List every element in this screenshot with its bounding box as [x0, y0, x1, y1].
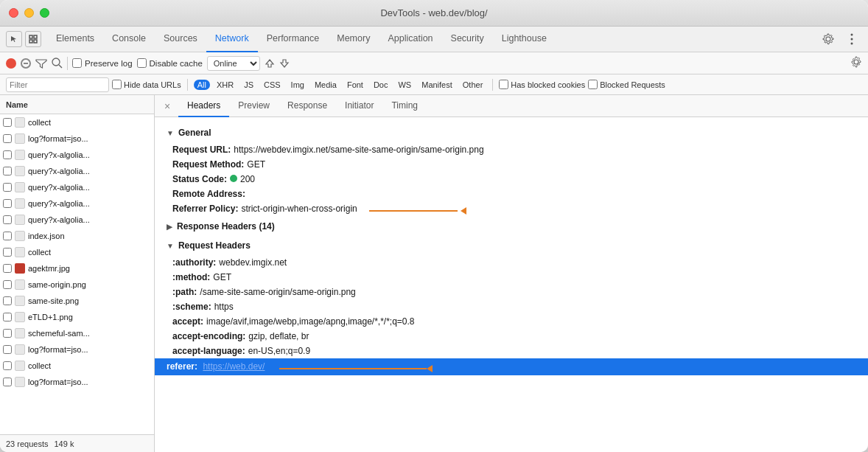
tab-application[interactable]: Application [379, 27, 441, 52]
file-checkbox[interactable] [3, 183, 12, 192]
filter-type-media[interactable]: Media [311, 80, 340, 90]
filter-type-font[interactable]: Font [343, 80, 367, 90]
file-checkbox[interactable] [3, 232, 12, 240]
svg-rect-3 [34, 40, 37, 43]
maximize-button[interactable] [40, 8, 49, 18]
minimize-button[interactable] [24, 8, 34, 18]
tab-security[interactable]: Security [442, 27, 493, 52]
file-checkbox[interactable] [3, 167, 12, 175]
request-headers-section-header[interactable]: ▼ Request Headers [167, 236, 856, 255]
list-item[interactable]: index.json [0, 228, 154, 244]
list-item[interactable]: collect [0, 114, 154, 131]
list-item[interactable]: log?format=jso... [0, 374, 154, 390]
list-item[interactable]: eTLD+1.png [0, 309, 154, 325]
cursor-icon[interactable] [6, 31, 22, 47]
list-item[interactable]: same-origin.png [0, 277, 154, 293]
tab-memory[interactable]: Memory [328, 27, 379, 52]
file-checkbox[interactable] [3, 329, 12, 338]
record-button[interactable] [6, 58, 16, 69]
file-list: collect log?format=jso... query?x-algoli… [0, 114, 154, 434]
tab-response[interactable]: Response [279, 95, 336, 117]
close-button[interactable] [9, 8, 18, 18]
tab-performance[interactable]: Performance [258, 27, 329, 52]
throttle-select[interactable]: Online Fast 3G Slow 3G Offline [207, 56, 260, 71]
filter-input[interactable] [10, 80, 105, 89]
response-headers-section-header[interactable]: ▶ Response Headers (14) [167, 217, 856, 236]
file-icon-red [15, 263, 25, 274]
file-checkbox[interactable] [3, 134, 12, 143]
filter-type-js[interactable]: JS [240, 80, 257, 90]
file-checkbox[interactable] [3, 118, 12, 127]
tab-lighthouse[interactable]: Lighthouse [493, 27, 556, 52]
detail-panel: × Headers Preview Response Initiator Tim… [155, 95, 868, 452]
file-checkbox[interactable] [3, 150, 12, 159]
tab-sources[interactable]: Sources [155, 27, 206, 52]
hide-data-urls-checkbox[interactable]: Hide data URLs [112, 80, 181, 89]
file-checkbox[interactable] [3, 345, 12, 354]
filter-type-all[interactable]: All [194, 80, 210, 90]
status-code-row: Status Code: 200 [172, 172, 856, 187]
close-detail-button[interactable]: × [161, 100, 174, 113]
filter-type-css[interactable]: CSS [260, 80, 284, 90]
settings-icon[interactable] [818, 29, 839, 49]
accept-language-row: accept-language: en-US,en;q=0.9 [172, 344, 856, 358]
list-item[interactable]: query?x-algolia... [0, 163, 154, 179]
scheme-row: :scheme: https [172, 299, 856, 314]
referer-row-highlighted[interactable]: referer: https://web.dev/ [155, 358, 868, 375]
request-headers-content: :authority: webdev.imgix.net :method: GE… [167, 255, 856, 358]
disable-cache-checkbox[interactable]: Disable cache [137, 58, 203, 68]
preserve-log-checkbox[interactable]: Preserve log [72, 58, 133, 68]
filter-type-doc[interactable]: Doc [370, 80, 392, 90]
filter-type-other[interactable]: Other [459, 80, 487, 90]
tab-initiator[interactable]: Initiator [336, 95, 382, 117]
tab-network[interactable]: Network [206, 27, 258, 52]
list-item[interactable]: query?x-algolia... [0, 212, 154, 228]
list-item[interactable]: collect [0, 244, 154, 260]
triangle-down-icon-2: ▼ [167, 242, 174, 250]
search-icon[interactable] [52, 58, 63, 69]
tab-bar: Elements Console Sources Network Perform… [0, 27, 868, 52]
list-item[interactable]: query?x-algolia... [0, 195, 154, 212]
upload-icon[interactable] [265, 58, 275, 69]
list-item[interactable]: query?x-algolia... [0, 147, 154, 163]
tab-timing[interactable]: Timing [382, 95, 427, 117]
list-item[interactable]: collect [0, 358, 154, 374]
tab-elements[interactable]: Elements [47, 27, 103, 52]
list-item[interactable]: same-site.png [0, 293, 154, 309]
stop-button[interactable] [21, 58, 31, 69]
filter-type-ws[interactable]: WS [394, 80, 415, 90]
list-item[interactable]: log?format=jso... [0, 341, 154, 358]
filter-icon[interactable] [35, 58, 47, 69]
file-checkbox[interactable] [3, 313, 12, 321]
filter-type-manifest[interactable]: Manifest [418, 80, 456, 90]
file-icon [15, 361, 25, 371]
tab-preview[interactable]: Preview [229, 95, 279, 117]
file-checkbox[interactable] [3, 296, 12, 305]
filter-type-xhr[interactable]: XHR [213, 80, 237, 90]
list-item[interactable]: log?format=jso... [0, 131, 154, 147]
list-item[interactable]: query?x-algolia... [0, 179, 154, 195]
tab-headers[interactable]: Headers [178, 95, 229, 117]
list-item[interactable]: agektmr.jpg [0, 260, 154, 277]
filter-separator [187, 79, 188, 91]
file-checkbox[interactable] [3, 248, 12, 257]
has-blocked-cookies-checkbox[interactable]: Has blocked cookies [499, 80, 585, 89]
download-icon[interactable] [279, 58, 290, 69]
tab-console[interactable]: Console [103, 27, 155, 52]
svg-rect-2 [29, 40, 32, 43]
window-title: DevTools - web.dev/blog/ [380, 7, 487, 18]
file-checkbox[interactable] [3, 199, 12, 208]
general-section-header[interactable]: ▼ General [167, 123, 856, 142]
file-checkbox[interactable] [3, 378, 12, 386]
file-checkbox[interactable] [3, 264, 12, 273]
filter-type-img[interactable]: Img [287, 80, 308, 90]
file-checkbox[interactable] [3, 361, 12, 370]
file-checkbox[interactable] [3, 215, 12, 224]
list-item[interactable]: schemeful-sam... [0, 325, 154, 341]
blocked-requests-checkbox[interactable]: Blocked Requests [588, 80, 665, 89]
layers-icon[interactable] [25, 31, 41, 47]
more-icon[interactable] [841, 29, 862, 49]
authority-row: :authority: webdev.imgix.net [172, 255, 856, 270]
file-checkbox[interactable] [3, 280, 12, 289]
settings-gear-icon[interactable] [850, 56, 862, 68]
